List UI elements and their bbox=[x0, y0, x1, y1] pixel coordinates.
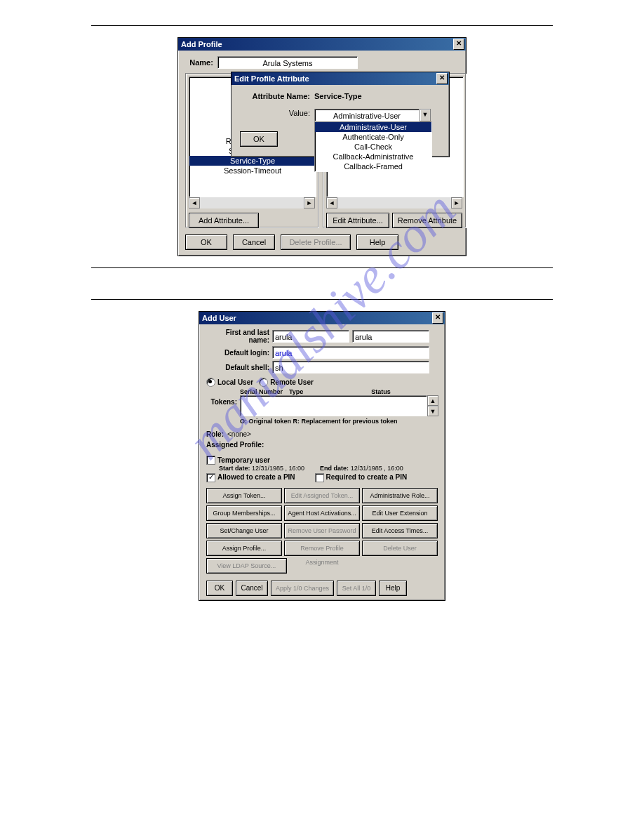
view-ldap-button[interactable]: View LDAP Source... bbox=[206, 558, 287, 574]
group-memberships-button[interactable]: Group Memberships... bbox=[206, 505, 282, 521]
name-input[interactable]: Arula Systems bbox=[217, 56, 358, 69]
allowed-pin-checkbox[interactable] bbox=[206, 473, 215, 482]
default-login-label: Default login: bbox=[206, 349, 272, 357]
dialog-title: Add User bbox=[202, 312, 236, 324]
scroll-down-icon[interactable]: ▼ bbox=[427, 406, 438, 416]
scroll-right-icon[interactable]: ► bbox=[451, 197, 462, 208]
add-user-dialog: Add User ✕ First and last name: arula ar… bbox=[199, 311, 445, 601]
delete-user-button[interactable]: Delete User bbox=[362, 541, 438, 556]
allowed-pin-label: Allowed to create a PIN bbox=[217, 473, 295, 481]
role-value: <none> bbox=[227, 430, 251, 438]
list-item-selected[interactable]: Service-Type bbox=[189, 156, 316, 166]
attr-name-label: Attribute Name: bbox=[240, 92, 314, 100]
dropdown-option[interactable]: Call-Check bbox=[315, 142, 431, 152]
scroll-track[interactable] bbox=[200, 197, 304, 208]
temporary-user-checkbox[interactable] bbox=[206, 456, 215, 465]
inner-dialog-title: Edit Profile Attribute bbox=[234, 72, 309, 85]
inner-ok-button[interactable]: OK bbox=[240, 131, 278, 147]
help-button[interactable]: Help bbox=[356, 234, 398, 250]
close-icon[interactable]: ✕ bbox=[436, 73, 448, 84]
edit-profile-attribute-dialog: Edit Profile Attribute ✕ Attribute Name:… bbox=[231, 72, 450, 157]
close-icon[interactable]: ✕ bbox=[432, 312, 443, 324]
dropdown-option[interactable]: Administrative-User bbox=[315, 122, 431, 132]
tokens-col-status: Status bbox=[324, 388, 438, 395]
value-dropdown-list: Administrative-User Authenticate-Only Ca… bbox=[314, 121, 432, 172]
cancel-button[interactable]: Cancel bbox=[233, 234, 275, 250]
add-attribute-button[interactable]: Add Attribute... bbox=[189, 213, 259, 228]
remove-attribute-button[interactable]: Remove Attribute bbox=[392, 213, 462, 228]
section-divider bbox=[91, 25, 553, 26]
list-item[interactable]: Session-Timeout bbox=[189, 166, 316, 176]
tokens-col-type: Type bbox=[289, 388, 324, 395]
edit-token-button[interactable]: Edit Assigned Token... bbox=[284, 488, 360, 503]
assigned-profile-label: Assigned Profile: bbox=[206, 441, 438, 449]
first-name-input[interactable]: arula bbox=[272, 330, 349, 343]
admin-role-button[interactable]: Administrative Role... bbox=[362, 488, 438, 503]
name-label: Name: bbox=[185, 58, 217, 67]
temporary-user-label: Temporary user bbox=[217, 456, 270, 464]
dropdown-option[interactable]: Callback-Administrative bbox=[315, 152, 431, 161]
value-combobox[interactable]: Administrative-User bbox=[314, 109, 420, 121]
assign-token-button[interactable]: Assign Token... bbox=[206, 488, 282, 503]
remote-user-label: Remote User bbox=[270, 378, 314, 386]
scroll-left-icon[interactable]: ◄ bbox=[326, 197, 337, 208]
tokens-note: O: Original token R: Replacement for pre… bbox=[240, 418, 438, 425]
section-divider bbox=[91, 299, 553, 300]
scroll-left-icon[interactable]: ◄ bbox=[189, 197, 200, 208]
delete-profile-button[interactable]: Delete Profile... bbox=[281, 234, 351, 250]
assign-profile-button[interactable]: Assign Profile... bbox=[206, 541, 282, 556]
remove-password-button[interactable]: Remove User Password bbox=[284, 523, 360, 538]
ok-button[interactable]: OK bbox=[206, 581, 233, 596]
tokens-col-serial: Serial Number bbox=[240, 388, 289, 395]
role-label: Role: bbox=[206, 430, 227, 438]
scroll-track[interactable] bbox=[337, 197, 451, 208]
scroll-right-icon[interactable]: ► bbox=[304, 197, 315, 208]
default-shell-input[interactable]: sh bbox=[272, 361, 429, 373]
required-pin-checkbox[interactable] bbox=[315, 473, 324, 482]
help-button[interactable]: Help bbox=[379, 581, 407, 596]
set-password-button[interactable]: Set/Change User Password... bbox=[206, 523, 282, 538]
value-label: Value: bbox=[240, 109, 314, 117]
add-profile-dialog: Add Profile ✕ Name: Arula Systems Login-… bbox=[177, 37, 467, 256]
required-pin-label: Required to create a PIN bbox=[326, 473, 408, 481]
ok-button[interactable]: OK bbox=[185, 234, 227, 250]
dialog-title: Add Profile bbox=[181, 38, 222, 51]
edit-attribute-button[interactable]: Edit Attribute... bbox=[326, 213, 389, 228]
chevron-down-icon[interactable]: ▼ bbox=[420, 109, 431, 121]
tokens-label: Tokens: bbox=[206, 388, 240, 406]
last-name-input[interactable]: arula bbox=[352, 330, 429, 343]
end-date-text: End date: 12/31/1985 , 16:00 bbox=[320, 465, 403, 472]
edit-ext-button[interactable]: Edit User Extension Data... bbox=[362, 505, 438, 521]
edit-access-times-button[interactable]: Edit Access Times... bbox=[362, 523, 438, 538]
local-user-label: Local User bbox=[217, 378, 253, 386]
dropdown-option[interactable]: Callback-Framed bbox=[315, 161, 431, 171]
attr-name-value: Service-Type bbox=[314, 92, 362, 100]
remove-profile-button[interactable]: Remove Profile Assignment bbox=[284, 541, 360, 556]
apply-button[interactable]: Apply 1/0 Changes bbox=[271, 581, 334, 596]
default-login-input[interactable]: arula bbox=[272, 346, 429, 359]
set-all-button[interactable]: Set All 1/0 bbox=[337, 581, 376, 596]
section-divider bbox=[91, 267, 553, 268]
agent-host-button[interactable]: Agent Host Activations... bbox=[284, 505, 360, 521]
local-user-radio[interactable] bbox=[206, 378, 215, 387]
scroll-up-icon[interactable]: ▲ bbox=[427, 395, 438, 406]
default-shell-label: Default shell: bbox=[206, 364, 272, 371]
dropdown-option[interactable]: Authenticate-Only bbox=[315, 132, 431, 142]
first-last-label: First and last name: bbox=[206, 329, 272, 344]
remote-user-radio[interactable] bbox=[259, 378, 268, 387]
start-date-text: Start date: 12/31/1985 , 16:00 bbox=[219, 465, 304, 472]
tokens-listbox[interactable] bbox=[240, 395, 427, 416]
cancel-button[interactable]: Cancel bbox=[236, 581, 268, 596]
close-icon[interactable]: ✕ bbox=[453, 39, 464, 50]
